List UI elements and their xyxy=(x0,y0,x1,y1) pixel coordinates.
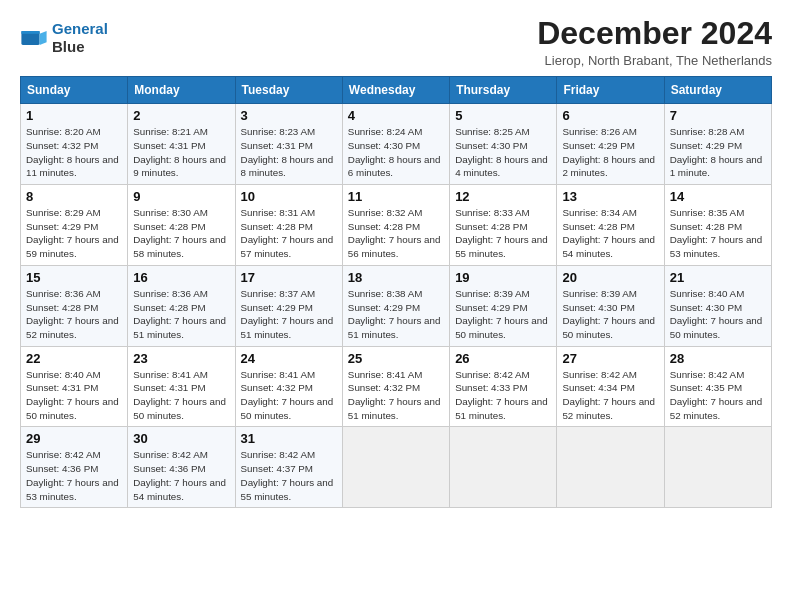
weekday-header-cell: Friday xyxy=(557,77,664,104)
calendar-day-cell: 2Sunrise: 8:21 AM Sunset: 4:31 PM Daylig… xyxy=(128,104,235,185)
day-number: 27 xyxy=(562,351,658,366)
calendar-day-cell: 21Sunrise: 8:40 AM Sunset: 4:30 PM Dayli… xyxy=(664,265,771,346)
calendar-day-cell: 26Sunrise: 8:42 AM Sunset: 4:33 PM Dayli… xyxy=(450,346,557,427)
day-info: Sunrise: 8:38 AM Sunset: 4:29 PM Dayligh… xyxy=(348,287,444,342)
day-info: Sunrise: 8:32 AM Sunset: 4:28 PM Dayligh… xyxy=(348,206,444,261)
day-number: 24 xyxy=(241,351,337,366)
calendar-day-cell: 16Sunrise: 8:36 AM Sunset: 4:28 PM Dayli… xyxy=(128,265,235,346)
weekday-header-cell: Wednesday xyxy=(342,77,449,104)
calendar-table: SundayMondayTuesdayWednesdayThursdayFrid… xyxy=(20,76,772,508)
day-number: 2 xyxy=(133,108,229,123)
calendar-day-cell: 31Sunrise: 8:42 AM Sunset: 4:37 PM Dayli… xyxy=(235,427,342,508)
day-info: Sunrise: 8:39 AM Sunset: 4:29 PM Dayligh… xyxy=(455,287,551,342)
day-number: 10 xyxy=(241,189,337,204)
day-number: 15 xyxy=(26,270,122,285)
calendar-day-cell: 8Sunrise: 8:29 AM Sunset: 4:29 PM Daylig… xyxy=(21,185,128,266)
day-number: 13 xyxy=(562,189,658,204)
day-info: Sunrise: 8:25 AM Sunset: 4:30 PM Dayligh… xyxy=(455,125,551,180)
day-info: Sunrise: 8:23 AM Sunset: 4:31 PM Dayligh… xyxy=(241,125,337,180)
day-info: Sunrise: 8:37 AM Sunset: 4:29 PM Dayligh… xyxy=(241,287,337,342)
calendar-day-cell xyxy=(450,427,557,508)
day-number: 1 xyxy=(26,108,122,123)
day-number: 25 xyxy=(348,351,444,366)
weekday-header-cell: Saturday xyxy=(664,77,771,104)
day-info: Sunrise: 8:42 AM Sunset: 4:36 PM Dayligh… xyxy=(133,448,229,503)
calendar-day-cell: 13Sunrise: 8:34 AM Sunset: 4:28 PM Dayli… xyxy=(557,185,664,266)
calendar-week-row: 15Sunrise: 8:36 AM Sunset: 4:28 PM Dayli… xyxy=(21,265,772,346)
calendar-day-cell: 29Sunrise: 8:42 AM Sunset: 4:36 PM Dayli… xyxy=(21,427,128,508)
weekday-header-cell: Tuesday xyxy=(235,77,342,104)
logo-line1: General xyxy=(52,20,108,37)
day-number: 11 xyxy=(348,189,444,204)
calendar-day-cell: 9Sunrise: 8:30 AM Sunset: 4:28 PM Daylig… xyxy=(128,185,235,266)
calendar-day-cell: 12Sunrise: 8:33 AM Sunset: 4:28 PM Dayli… xyxy=(450,185,557,266)
page-header: General Blue December 2024 Lierop, North… xyxy=(20,16,772,68)
month-title: December 2024 xyxy=(537,16,772,51)
day-number: 30 xyxy=(133,431,229,446)
logo-icon xyxy=(20,24,48,52)
day-info: Sunrise: 8:20 AM Sunset: 4:32 PM Dayligh… xyxy=(26,125,122,180)
calendar-day-cell: 4Sunrise: 8:24 AM Sunset: 4:30 PM Daylig… xyxy=(342,104,449,185)
day-info: Sunrise: 8:30 AM Sunset: 4:28 PM Dayligh… xyxy=(133,206,229,261)
day-number: 31 xyxy=(241,431,337,446)
day-number: 6 xyxy=(562,108,658,123)
calendar-day-cell: 19Sunrise: 8:39 AM Sunset: 4:29 PM Dayli… xyxy=(450,265,557,346)
weekday-header-cell: Monday xyxy=(128,77,235,104)
calendar-day-cell xyxy=(664,427,771,508)
day-number: 4 xyxy=(348,108,444,123)
day-number: 28 xyxy=(670,351,766,366)
day-info: Sunrise: 8:26 AM Sunset: 4:29 PM Dayligh… xyxy=(562,125,658,180)
calendar-day-cell: 11Sunrise: 8:32 AM Sunset: 4:28 PM Dayli… xyxy=(342,185,449,266)
day-info: Sunrise: 8:39 AM Sunset: 4:30 PM Dayligh… xyxy=(562,287,658,342)
calendar-day-cell: 30Sunrise: 8:42 AM Sunset: 4:36 PM Dayli… xyxy=(128,427,235,508)
calendar-day-cell: 27Sunrise: 8:42 AM Sunset: 4:34 PM Dayli… xyxy=(557,346,664,427)
day-info: Sunrise: 8:28 AM Sunset: 4:29 PM Dayligh… xyxy=(670,125,766,180)
logo-line2: Blue xyxy=(52,38,85,55)
day-number: 16 xyxy=(133,270,229,285)
subtitle: Lierop, North Brabant, The Netherlands xyxy=(537,53,772,68)
calendar-day-cell: 20Sunrise: 8:39 AM Sunset: 4:30 PM Dayli… xyxy=(557,265,664,346)
day-info: Sunrise: 8:42 AM Sunset: 4:37 PM Dayligh… xyxy=(241,448,337,503)
calendar-day-cell: 24Sunrise: 8:41 AM Sunset: 4:32 PM Dayli… xyxy=(235,346,342,427)
calendar-week-row: 1Sunrise: 8:20 AM Sunset: 4:32 PM Daylig… xyxy=(21,104,772,185)
day-info: Sunrise: 8:42 AM Sunset: 4:33 PM Dayligh… xyxy=(455,368,551,423)
day-info: Sunrise: 8:34 AM Sunset: 4:28 PM Dayligh… xyxy=(562,206,658,261)
calendar-day-cell: 18Sunrise: 8:38 AM Sunset: 4:29 PM Dayli… xyxy=(342,265,449,346)
calendar-day-cell: 7Sunrise: 8:28 AM Sunset: 4:29 PM Daylig… xyxy=(664,104,771,185)
calendar-day-cell: 25Sunrise: 8:41 AM Sunset: 4:32 PM Dayli… xyxy=(342,346,449,427)
day-number: 8 xyxy=(26,189,122,204)
calendar-day-cell: 17Sunrise: 8:37 AM Sunset: 4:29 PM Dayli… xyxy=(235,265,342,346)
svg-rect-2 xyxy=(21,31,39,34)
logo: General Blue xyxy=(20,20,108,56)
calendar-day-cell: 1Sunrise: 8:20 AM Sunset: 4:32 PM Daylig… xyxy=(21,104,128,185)
calendar-day-cell: 22Sunrise: 8:40 AM Sunset: 4:31 PM Dayli… xyxy=(21,346,128,427)
day-info: Sunrise: 8:41 AM Sunset: 4:32 PM Dayligh… xyxy=(241,368,337,423)
weekday-header-cell: Sunday xyxy=(21,77,128,104)
calendar-week-row: 29Sunrise: 8:42 AM Sunset: 4:36 PM Dayli… xyxy=(21,427,772,508)
day-number: 17 xyxy=(241,270,337,285)
day-info: Sunrise: 8:24 AM Sunset: 4:30 PM Dayligh… xyxy=(348,125,444,180)
weekday-header-row: SundayMondayTuesdayWednesdayThursdayFrid… xyxy=(21,77,772,104)
calendar-day-cell: 14Sunrise: 8:35 AM Sunset: 4:28 PM Dayli… xyxy=(664,185,771,266)
day-info: Sunrise: 8:36 AM Sunset: 4:28 PM Dayligh… xyxy=(133,287,229,342)
day-info: Sunrise: 8:42 AM Sunset: 4:35 PM Dayligh… xyxy=(670,368,766,423)
day-number: 18 xyxy=(348,270,444,285)
day-info: Sunrise: 8:40 AM Sunset: 4:30 PM Dayligh… xyxy=(670,287,766,342)
day-number: 19 xyxy=(455,270,551,285)
day-info: Sunrise: 8:36 AM Sunset: 4:28 PM Dayligh… xyxy=(26,287,122,342)
title-block: December 2024 Lierop, North Brabant, The… xyxy=(537,16,772,68)
day-number: 21 xyxy=(670,270,766,285)
calendar-day-cell: 15Sunrise: 8:36 AM Sunset: 4:28 PM Dayli… xyxy=(21,265,128,346)
day-info: Sunrise: 8:29 AM Sunset: 4:29 PM Dayligh… xyxy=(26,206,122,261)
day-info: Sunrise: 8:33 AM Sunset: 4:28 PM Dayligh… xyxy=(455,206,551,261)
day-number: 29 xyxy=(26,431,122,446)
day-number: 14 xyxy=(670,189,766,204)
calendar-day-cell xyxy=(342,427,449,508)
calendar-body: 1Sunrise: 8:20 AM Sunset: 4:32 PM Daylig… xyxy=(21,104,772,508)
day-number: 23 xyxy=(133,351,229,366)
day-info: Sunrise: 8:42 AM Sunset: 4:36 PM Dayligh… xyxy=(26,448,122,503)
day-number: 12 xyxy=(455,189,551,204)
weekday-header-cell: Thursday xyxy=(450,77,557,104)
day-info: Sunrise: 8:41 AM Sunset: 4:31 PM Dayligh… xyxy=(133,368,229,423)
day-info: Sunrise: 8:40 AM Sunset: 4:31 PM Dayligh… xyxy=(26,368,122,423)
